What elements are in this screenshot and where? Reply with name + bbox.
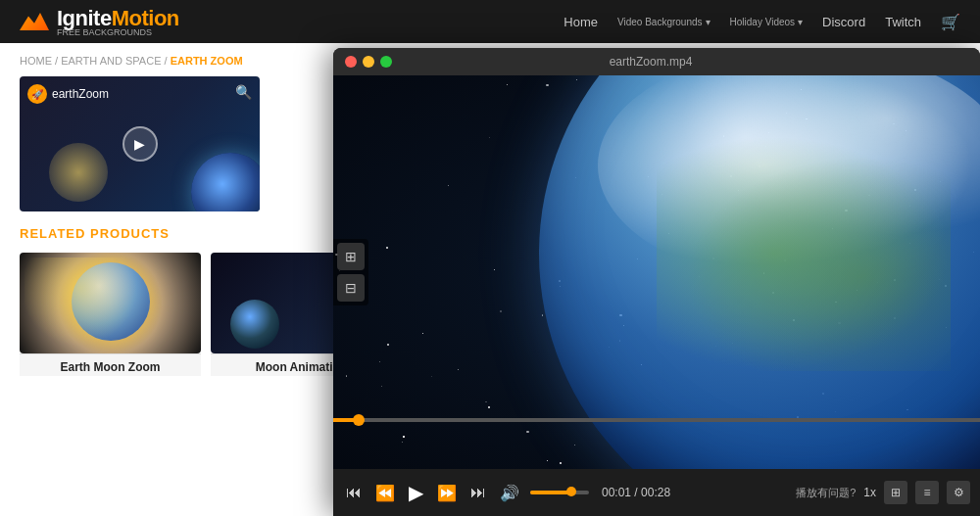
- skip-to-start-button[interactable]: ⏮: [343, 482, 365, 503]
- progress-bar[interactable]: [333, 418, 980, 422]
- report-label[interactable]: 播放有问题?: [796, 486, 856, 500]
- video-thumbnail[interactable]: 🚀 earthZoom ▶ 🔍: [20, 76, 260, 211]
- nav-video-backgrounds[interactable]: Video Backgrounds ▾: [617, 17, 710, 27]
- main-nav: Home Video Backgrounds ▾ Holiday Videos …: [564, 13, 960, 31]
- nav-twitch[interactable]: Twitch: [885, 15, 921, 29]
- breadcrumb: HOME / EARTH AND SPACE / EARTH ZOOM: [20, 55, 338, 67]
- player-filename: earthZoom.mp4: [610, 55, 693, 69]
- breadcrumb-home[interactable]: HOME: [20, 55, 52, 67]
- settings-button[interactable]: ⚙: [947, 481, 970, 504]
- skip-to-end-button[interactable]: ⏭: [467, 482, 489, 503]
- logo-flame-icon: [20, 13, 49, 30]
- player-controls: ⏮ ⏪ ▶ ⏩ ⏭ 🔊 00:01 / 00:28 播放有问题? 1x ⊞ ≡ …: [333, 469, 980, 516]
- video-earth: [539, 75, 980, 469]
- speed-label[interactable]: 1x: [863, 486, 876, 499]
- volume-bar[interactable]: [530, 491, 589, 494]
- video-player: earthZoom.mp4 ⊞ ⊟ ⏮: [333, 48, 980, 516]
- window-minimize-button[interactable]: [363, 56, 374, 68]
- volume-button[interactable]: 🔊: [497, 482, 522, 504]
- nav-discord[interactable]: Discord: [822, 15, 865, 29]
- volume-fill: [530, 491, 571, 494]
- thumb-channel-icon: 🚀: [27, 84, 47, 104]
- nav-home[interactable]: Home: [564, 15, 598, 29]
- playlist-icon[interactable]: ⊞: [337, 243, 365, 270]
- screen-mode-button[interactable]: ⊞: [884, 481, 907, 504]
- time-display: 00:01 / 00:28: [602, 486, 670, 499]
- thumb-title: earthZoom: [52, 87, 109, 101]
- thumb-earth: [191, 153, 260, 211]
- cart-icon[interactable]: 🛒: [941, 13, 960, 31]
- related-products-list: Earth Moon Zoom Moon Animation Tunnel St…: [20, 253, 338, 376]
- thumb-glow: [49, 143, 108, 202]
- window-close-button[interactable]: [345, 56, 357, 68]
- breadcrumb-earth-space[interactable]: EARTH AND SPACE: [61, 55, 161, 67]
- play-pause-button[interactable]: ▶: [406, 479, 426, 506]
- sun-glow: [24, 258, 201, 353]
- volume-dot: [566, 487, 576, 496]
- player-titlebar: earthZoom.mp4: [333, 48, 980, 75]
- logo[interactable]: IgniteMotion FREE BACKGROUNDS: [20, 6, 179, 37]
- nav-holiday-videos[interactable]: Holiday Videos ▾: [730, 17, 804, 27]
- moon-thumb-earth: [230, 300, 279, 349]
- rewind-button[interactable]: ⏪: [372, 482, 398, 504]
- progress-dot: [353, 414, 365, 426]
- related-products-title: RELATED PRODUCTS: [20, 226, 338, 241]
- earth-land: [657, 136, 951, 371]
- product-card-earth-moon-zoom[interactable]: Earth Moon Zoom: [20, 253, 201, 376]
- search-icon[interactable]: 🔍: [235, 84, 252, 100]
- thumb-label: 🚀 earthZoom: [27, 84, 109, 104]
- breadcrumb-current: EARTH ZOOM: [171, 55, 243, 67]
- fast-forward-button[interactable]: ⏩: [434, 482, 460, 504]
- product-name-earth-moon-zoom: Earth Moon Zoom: [20, 353, 201, 376]
- window-controls: [345, 56, 392, 68]
- logo-text-block: IgniteMotion FREE BACKGROUNDS: [57, 6, 179, 37]
- left-panel: HOME / EARTH AND SPACE / EARTH ZOOM 🚀 ea…: [0, 43, 358, 516]
- subtitles-button[interactable]: ≡: [915, 481, 939, 504]
- product-thumb-earth-moon-zoom: [20, 253, 201, 353]
- main-content: HOME / EARTH AND SPACE / EARTH ZOOM 🚀 ea…: [0, 43, 980, 516]
- player-video-area[interactable]: ⊞ ⊟: [333, 75, 980, 469]
- subtitles-icon[interactable]: ⊟: [337, 274, 365, 302]
- play-button-thumb[interactable]: ▶: [122, 126, 158, 162]
- window-maximize-button[interactable]: [380, 56, 392, 68]
- player-sidebar-icons: ⊞ ⊟: [333, 239, 368, 305]
- site-header: IgniteMotion FREE BACKGROUNDS Home Video…: [0, 0, 980, 43]
